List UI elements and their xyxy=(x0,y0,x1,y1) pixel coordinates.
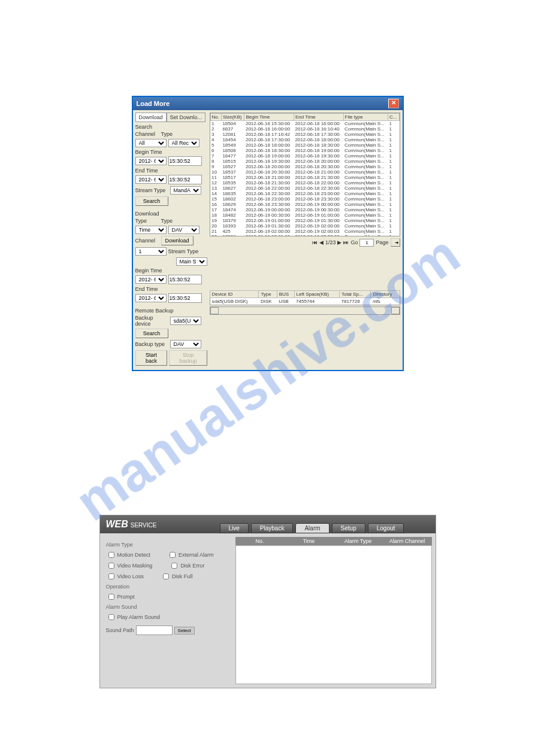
dl-begin-date[interactable]: 2012- 6-18 xyxy=(135,275,167,284)
table-row[interactable]: 15186022012-06-18 23:00:002012-06-18 23:… xyxy=(210,196,399,202)
nav-alarm[interactable]: Alarm xyxy=(295,523,329,533)
table-row[interactable]: 6185082012-06-18 18:30:002012-06-18 19:0… xyxy=(210,148,399,153)
dl-begin-label: Begin Time xyxy=(135,268,207,274)
table-row[interactable]: 3120812012-06-18 17:10:422012-06-18 17:3… xyxy=(210,132,399,137)
dl-channel-select[interactable]: 1 xyxy=(135,247,167,256)
device-col-header[interactable]: Directory xyxy=(371,291,400,298)
dl-type-select[interactable]: Time xyxy=(135,226,167,234)
table-row[interactable]: 1185042012-06-18 15:30:002012-06-18 16:0… xyxy=(210,121,399,127)
select-button[interactable]: Select xyxy=(174,627,195,634)
table-row[interactable]: 16186292012-06-18 23:30:002012-06-19 00:… xyxy=(210,202,399,207)
table-row[interactable]: 4184542012-06-18 17:30:002012-06-18 18:0… xyxy=(210,137,399,142)
dl-stream-label: Stream Type xyxy=(168,248,199,254)
chk-external-alarm[interactable]: External Alarm xyxy=(167,550,214,560)
table-row[interactable]: 7184772012-06-18 19:00:002012-06-18 19:3… xyxy=(210,153,399,159)
device-col-header[interactable]: Device ID xyxy=(210,291,259,298)
first-page-icon[interactable]: ⏮ xyxy=(312,239,318,245)
table-row[interactable]: 19183792012-06-19 01:00:002012-06-19 01:… xyxy=(210,218,399,223)
table-row[interactable]: 214252012-06-19 02:00:002012-06-19 02:00… xyxy=(210,229,399,234)
horizontal-scrollbar[interactable] xyxy=(210,306,400,315)
dl-stream-select[interactable]: Main Strea xyxy=(176,257,207,266)
device-row[interactable]: sda5(USB DISK)DISKUSB74557447817728/nfs xyxy=(210,298,400,305)
file-col-header[interactable]: No. xyxy=(210,114,221,121)
channel-select[interactable]: All xyxy=(135,139,167,147)
dl-begin-time[interactable] xyxy=(168,275,202,284)
chk-disk-full[interactable]: Disk Full xyxy=(161,572,193,581)
close-icon[interactable]: ✕ xyxy=(388,99,399,108)
download-button[interactable]: Download xyxy=(161,236,194,245)
table-row[interactable]: 20183932012-06-19 01:30:002012-06-19 02:… xyxy=(210,223,399,229)
chk-video-loss[interactable]: Video Loss xyxy=(106,572,144,581)
chk-video-masking[interactable]: Video Masking xyxy=(106,561,153,570)
nav-setup[interactable]: Setup xyxy=(332,523,365,533)
table-row[interactable]: 8185152012-06-18 19:30:002012-06-18 20:0… xyxy=(210,159,399,164)
device-col-header[interactable]: Type xyxy=(259,291,277,298)
dl-fmt-select[interactable]: DAV xyxy=(168,226,200,234)
table-row[interactable]: 5185492012-06-18 18:00:002012-06-18 18:3… xyxy=(210,142,399,148)
table-row[interactable]: 268372012-06-18 16:00:002012-06-18 16:10… xyxy=(210,126,399,132)
go-button[interactable]: ➜ xyxy=(391,238,400,247)
table-row[interactable]: 9185272012-06-18 20:00:002012-06-18 20:3… xyxy=(210,164,399,169)
nav-live[interactable]: Live xyxy=(220,523,249,533)
file-col-header[interactable]: C... xyxy=(388,114,399,121)
dl-type-label: Type xyxy=(135,218,159,224)
stop-backup-button[interactable]: Stop backup xyxy=(169,350,207,366)
file-table[interactable]: No.Size(KB)Begin TimeEnd TimeFile typeC.… xyxy=(210,113,400,236)
nav-logout[interactable]: Logout xyxy=(368,523,404,533)
sound-path-label: Sound Path xyxy=(106,627,134,633)
file-col-header[interactable]: Begin Time xyxy=(244,114,294,121)
device-col-header[interactable]: BUS xyxy=(277,291,294,298)
type-label: Type xyxy=(161,131,185,137)
web-service-panel: WEB SERVICE Live Playback Alarm Setup Lo… xyxy=(99,515,436,688)
chk-disk-error[interactable]: Disk Error xyxy=(169,561,204,570)
chk-prompt[interactable]: Prompt xyxy=(106,592,226,602)
page-input[interactable] xyxy=(359,239,374,247)
device-table[interactable]: Device IDTypeBUSLeft Space(KB)Total Sp..… xyxy=(210,290,400,305)
chk-motion-detect[interactable]: Motion Detect xyxy=(106,550,151,560)
backup-type-select[interactable]: DAV xyxy=(170,340,201,348)
search-button[interactable]: Search xyxy=(135,196,168,206)
prev-page-icon[interactable]: ◀ xyxy=(319,239,324,245)
start-backup-button[interactable]: Start back xyxy=(135,350,168,366)
backup-device-select[interactable]: sda5(USB xyxy=(170,317,201,325)
file-col-header[interactable]: End Time xyxy=(294,114,343,121)
table-row[interactable]: 10185372012-06-18 20:30:002012-06-18 21:… xyxy=(210,169,399,175)
table-row[interactable]: 11185172012-06-18 21:00:002012-06-18 21:… xyxy=(210,175,399,180)
table-row[interactable]: 18184822012-06-19 00:30:002012-06-19 01:… xyxy=(210,212,399,218)
dl-end-label: End Time xyxy=(135,286,207,292)
search-heading: Search xyxy=(135,124,207,130)
sound-path-input[interactable] xyxy=(136,626,173,635)
last-page-icon[interactable]: ⏭ xyxy=(343,239,349,245)
stream-label: Stream Type xyxy=(135,187,168,193)
file-table-wrap: No.Size(KB)Begin TimeEnd TimeFile typeC.… xyxy=(210,113,400,236)
backup-device-label: Backup device xyxy=(135,315,168,327)
table-row[interactable]: 12185352012-06-18 21:30:002012-06-18 22:… xyxy=(210,180,399,186)
tab-download[interactable]: Download xyxy=(135,113,167,122)
file-col-header[interactable]: Size(KB) xyxy=(221,114,244,121)
next-page-icon[interactable]: ▶ xyxy=(337,239,341,245)
alarm-table-header: No. Time Alarm Type Alarm Channel xyxy=(235,537,432,545)
channel-label: Channel xyxy=(135,131,159,137)
table-row[interactable]: 17184742012-06-19 00:00:002012-06-19 00:… xyxy=(210,207,399,212)
file-col-header[interactable]: File type xyxy=(343,114,388,121)
device-col-header[interactable]: Total Sp... xyxy=(340,291,371,298)
titlebar[interactable]: Load More ✕ xyxy=(133,97,403,110)
begin-date[interactable]: 2012- 6-18 xyxy=(135,157,167,165)
load-more-dialog: Load More ✕ Download Set Downlo... Searc… xyxy=(132,96,404,371)
end-date[interactable]: 2012- 6-19 xyxy=(135,175,167,184)
alarm-table-body[interactable] xyxy=(235,545,432,684)
backup-search-button[interactable]: Search xyxy=(135,329,168,338)
stream-select[interactable]: MandAStrea xyxy=(170,186,201,195)
begin-time[interactable] xyxy=(168,156,202,166)
table-row[interactable]: 14186352012-06-18 22:30:002012-06-18 23:… xyxy=(210,191,399,196)
chk-play-sound[interactable]: Play Alarm Sound xyxy=(106,612,226,622)
device-col-header[interactable]: Left Space(KB) xyxy=(294,291,339,298)
dl-end-time[interactable] xyxy=(168,293,202,303)
table-row[interactable]: 13186272012-06-18 22:00:002012-06-18 22:… xyxy=(210,186,399,191)
tab-set-download[interactable]: Set Downlo... xyxy=(167,113,206,122)
end-time[interactable] xyxy=(168,175,202,184)
nav-playback[interactable]: Playback xyxy=(251,523,294,533)
dl-end-date[interactable]: 2012- 6-19 xyxy=(135,294,167,302)
col-time: Time xyxy=(285,538,334,544)
type-select[interactable]: All Record xyxy=(168,139,200,147)
